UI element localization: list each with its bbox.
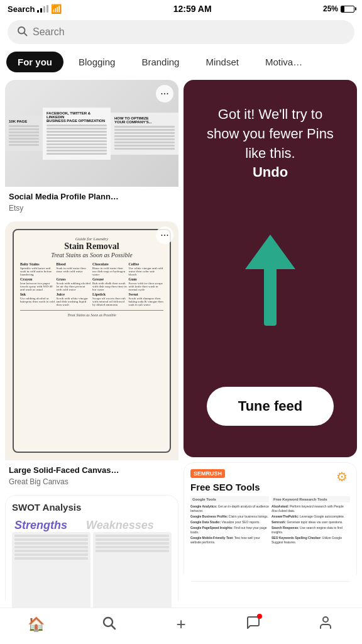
left-column: 10K PAGE FACEBOOK, TWITTER & LINKEDINBUS…: [5, 80, 178, 608]
laundry-title-sm: Guide for Laundry: [20, 236, 163, 242]
status-left: Search 📶: [8, 4, 62, 14]
arrow-up-icon: [245, 235, 295, 335]
nav-profile[interactable]: [290, 615, 362, 634]
seo-kw-row-3: Semrush: Generate topic ideas via user q…: [272, 520, 350, 525]
tabs-bar: For you Blogging Branding Mindset Motiva…: [0, 48, 362, 76]
tab-for-you[interactable]: For you: [6, 52, 63, 72]
laundry-cell-juice: JuiceScrub with white vinegar and dish w…: [57, 292, 92, 306]
battery-fill: [341, 6, 344, 12]
search-input[interactable]: [33, 26, 346, 38]
create-icon: +: [176, 614, 185, 634]
social-card-image: 10K PAGE FACEBOOK, TWITTER & LINKEDINBUS…: [5, 80, 178, 187]
laundry-cell-grass: GrassScrub with rubbing alcohol let air …: [57, 277, 92, 291]
seo-google-row-4: Google PageSpeed Insights: Find out how …: [190, 526, 269, 535]
laundry-inner: Guide for Laundry Stain Removal Treat St…: [13, 229, 171, 453]
seo-google-header: Google Tools: [190, 496, 269, 502]
laundry-footer: Treat Stains as Soon as Possible: [20, 310, 163, 317]
seo-google-row-5: Google Mobile-Friendly Test: Test how we…: [190, 536, 269, 545]
status-bar: Search 📶 12:59 AM 25%: [0, 0, 362, 18]
swot-title-text: SWOT Analysis: [12, 502, 81, 513]
laundry-card-title: Large Solid-Faced Canvas…: [6, 463, 177, 476]
laundry-cell-ink: InkUse rubbing alcohol or hairspray then…: [20, 292, 55, 306]
nav-messages[interactable]: [217, 615, 290, 634]
swot-s-label: Strengths: [14, 519, 67, 532]
social-col-3: HOW TO OPTIMIZEYOUR COMPANY'S...: [111, 113, 178, 155]
social-card-title: Social Media Profile Plann…: [6, 189, 177, 203]
svg-marker-4: [245, 235, 295, 269]
laundry-cell-sweat: SweatScrub with shampoo then baking soda…: [129, 292, 164, 306]
seo-kw-row-2: AnswerThePublic: Leverage Google autocom…: [272, 514, 350, 519]
social-card-meta: Social Media Profile Plann… Etsy: [5, 187, 178, 216]
right-column: Got it! We'll try to show you fewer Pins…: [184, 80, 357, 608]
tune-arrow: [245, 182, 295, 387]
swot-weaknesses: [93, 532, 172, 608]
seo-header: SEMRUSH: [190, 469, 350, 478]
status-right: 25%: [323, 4, 354, 13]
svg-rect-3: [264, 260, 277, 326]
undo-label[interactable]: Undo: [253, 164, 288, 180]
laundry-cell-grease: GreaseRub with chalk then scrub with dis…: [92, 277, 128, 291]
tab-blogging[interactable]: Blogging: [67, 52, 126, 72]
laundry-card[interactable]: Guide for Laundry Stain Removal Treat St…: [5, 221, 178, 490]
search-input-wrap[interactable]: [8, 20, 354, 44]
swot-w-label: Weaknesses: [86, 519, 154, 532]
seo-google-row-2: Google Business Profile: Claim your busi…: [190, 514, 269, 519]
carrier-label: Search: [8, 4, 35, 14]
social-col-2: FACEBOOK, TWITTER & LINKEDINBUSINESS PAG…: [43, 108, 111, 160]
seo-google-col: Google Tools Google Analytics: Get an in…: [190, 496, 269, 546]
card-menu-laundry[interactable]: ···: [156, 226, 173, 244]
seo-card[interactable]: SEMRUSH Free SEO Tools ⚙ Google Tools Go…: [184, 462, 357, 582]
nav-search[interactable]: [72, 615, 145, 634]
search-icon: [16, 25, 28, 39]
seo-title: Free SEO Tools: [190, 482, 350, 492]
laundry-cell-blood: BloodSoak in cold water then rinse with …: [57, 262, 92, 276]
svg-line-1: [24, 33, 26, 35]
nav-home[interactable]: 🏠: [0, 616, 72, 633]
signal-bars: [37, 5, 48, 13]
semrush-logo: SEMRUSH: [190, 469, 225, 478]
seo-kw-row-5: SEO Keywords Spelling Checker: Utilize G…: [272, 536, 350, 545]
tune-feed-button[interactable]: Tune feed: [207, 387, 334, 426]
seo-google-row-3: Google Data Studio: Visualize your SEO r…: [190, 520, 269, 525]
battery-pct: 25%: [323, 4, 338, 13]
swot-image: SWOT Analysis Strengths Weaknesses: [5, 495, 178, 608]
tab-branding[interactable]: Branding: [130, 52, 190, 72]
swot-card[interactable]: SWOT Analysis Strengths Weaknesses: [5, 495, 178, 608]
tune-feed-card: Got it! We'll try to show you fewer Pins…: [184, 80, 357, 457]
messages-icon: [246, 618, 261, 633]
svg-line-6: [111, 625, 115, 629]
tab-mindset[interactable]: Mindset: [194, 52, 250, 72]
social-media-card[interactable]: 10K PAGE FACEBOOK, TWITTER & LINKEDINBUS…: [5, 80, 178, 216]
battery-bar: [341, 6, 354, 13]
swot-grid: [12, 532, 172, 608]
laundry-cell-crayon: CrayonIron between two paper towels spra…: [20, 277, 55, 291]
search-bar: [0, 18, 362, 48]
seo-google-row-1: Google Analytics: Get an in-depth analys…: [190, 504, 269, 513]
profile-icon: [318, 615, 333, 634]
laundry-cell-coffee: CoffeeUse white vinegar and cold water t…: [129, 262, 164, 276]
laundry-card-meta: Large Solid-Faced Canvas… Great Big Canv…: [5, 460, 178, 490]
laundry-card-sub: Great Big Canvas: [6, 476, 177, 489]
laundry-image: Guide for Laundry Stain Removal Treat St…: [5, 221, 178, 460]
notification-dot: [257, 614, 262, 619]
tune-message: Got it! We'll try to show you fewer Pins…: [196, 105, 344, 182]
home-icon: 🏠: [28, 616, 45, 633]
laundry-cell-baby: Baby StainsSprinkle with borax and soak …: [20, 262, 55, 276]
laundry-title-lg: Stain Removal: [20, 242, 163, 252]
tab-motiva[interactable]: Motiva…: [254, 52, 314, 72]
card-menu-social[interactable]: ···: [156, 85, 173, 103]
search-nav-icon: [101, 615, 116, 634]
seo-kw-row-1: AlsoAsked: Perform keyword research with…: [272, 504, 350, 513]
seo-columns: Google Tools Google Analytics: Get an in…: [190, 496, 350, 546]
masonry-grid: 10K PAGE FACEBOOK, TWITTER & LINKEDINBUS…: [0, 76, 362, 612]
swot-header: SWOT Analysis: [12, 502, 172, 516]
nav-create[interactable]: +: [145, 614, 217, 634]
tune-message-text: Got it! We'll try to show you fewer Pins…: [207, 106, 334, 161]
wifi-icon: 📶: [51, 4, 62, 14]
laundry-grid: Baby StainsSprinkle with borax and soak …: [20, 262, 163, 306]
bottom-nav: 🏠 +: [0, 608, 362, 644]
seo-keyword-col: Free Keyword Research Tools AlsoAsked: P…: [272, 496, 350, 546]
main-content: 10K PAGE FACEBOOK, TWITTER & LINKEDINBUS…: [0, 76, 362, 644]
status-time: 12:59 AM: [173, 4, 212, 14]
svg-point-7: [323, 617, 328, 622]
